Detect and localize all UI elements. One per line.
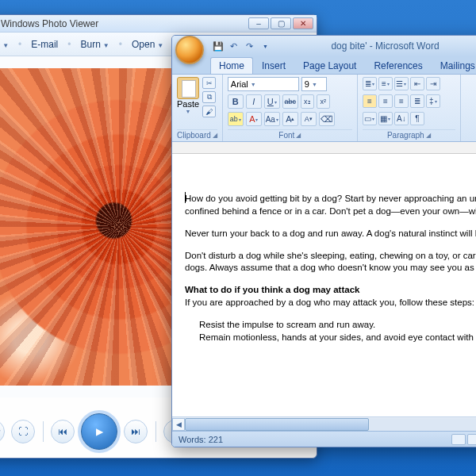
subscript-button[interactable]: x₂ <box>301 94 314 109</box>
maximize-button[interactable]: ▢ <box>271 17 291 29</box>
align-center-icon: ≡ <box>383 97 388 106</box>
superscript-button[interactable]: x² <box>317 94 330 109</box>
scroll-thumb[interactable] <box>185 418 369 431</box>
multilevel-button[interactable]: ☰▾ <box>394 77 409 90</box>
font-size-combo[interactable]: 9▼ <box>301 77 327 91</box>
bullets-button[interactable]: ≣▾ <box>363 77 377 90</box>
tab-insert[interactable]: Insert <box>253 57 294 74</box>
office-button[interactable] <box>175 36 204 64</box>
separator <box>41 420 44 443</box>
play-slideshow-button[interactable]: ▶ <box>81 413 117 450</box>
horizontal-ruler[interactable] <box>172 142 476 154</box>
ribbon-tabs: Home Insert Page Layout References Maili… <box>172 56 476 74</box>
align-center-button[interactable]: ≡ <box>378 94 393 108</box>
menu-email[interactable]: E-mail <box>26 37 63 52</box>
shading-button[interactable]: ▭▾ <box>363 112 377 125</box>
ribbon: Paste ▼ ✂ ⧉ 🖌 Clipboard◢ Arial▼ 9▼ B I U… <box>172 74 476 142</box>
scroll-track[interactable] <box>185 418 476 431</box>
indent-left-icon: ⇤ <box>414 79 420 88</box>
view-print-layout-button[interactable] <box>451 434 466 445</box>
chevron-down-icon: ▼ <box>2 42 9 49</box>
redo-icon: ↷ <box>246 41 253 52</box>
close-button[interactable]: ✕ <box>293 17 313 29</box>
scissors-icon: ✂ <box>206 79 213 87</box>
next-icon: ⏭ <box>131 426 140 437</box>
list-item: Remain motionless, hands at your sides, … <box>199 332 476 344</box>
document-page[interactable]: How do you avoid getting bit by a dog? S… <box>172 154 476 416</box>
paste-label: Paste <box>177 99 199 109</box>
view-full-screen-button[interactable] <box>467 434 476 445</box>
scroll-left-button[interactable]: ◀ <box>172 418 185 431</box>
zoom-button[interactable]: 🔍▾ <box>0 420 5 443</box>
grow-font-button[interactable]: A▴ <box>282 112 298 126</box>
qat-customize[interactable]: ▼ <box>259 40 271 52</box>
chevron-down-icon: ▼ <box>251 82 256 87</box>
align-left-button[interactable]: ≡ <box>363 94 377 108</box>
align-right-button[interactable]: ≡ <box>394 94 409 108</box>
photo-viewer-titlebar[interactable]: hrysanthemum - Windows Photo Viewer – ▢ … <box>0 15 317 33</box>
bold-button[interactable]: B <box>228 94 244 109</box>
dialog-launcher-icon[interactable]: ◢ <box>296 132 301 139</box>
undo-button[interactable]: ↶ <box>228 40 240 52</box>
sort-icon: A↓ <box>397 114 406 123</box>
copy-icon: ⧉ <box>207 93 212 102</box>
multilevel-icon: ☰ <box>396 79 403 88</box>
line-spacing-button[interactable]: ‡▾ <box>426 94 440 108</box>
dialog-launcher-icon[interactable]: ◢ <box>426 132 431 139</box>
redo-button[interactable]: ↷ <box>244 40 255 52</box>
underline-button[interactable]: U▾ <box>264 94 280 109</box>
play-icon: ▶ <box>96 426 103 437</box>
clear-formatting-button[interactable]: ⌫ <box>319 112 335 126</box>
pilcrow-icon: ¶ <box>415 114 419 123</box>
numbering-button[interactable]: ≡▾ <box>378 77 393 90</box>
strikethrough-button[interactable]: abc <box>282 94 298 109</box>
save-button[interactable]: 💾 <box>212 40 224 52</box>
justify-button[interactable]: ≣ <box>410 94 424 108</box>
previous-button[interactable]: ⏮ <box>51 420 75 443</box>
menu-print[interactable]: Print▼ <box>0 37 13 52</box>
menu-burn[interactable]: Burn▼ <box>76 37 114 52</box>
brush-icon: 🖌 <box>205 108 213 116</box>
tab-references[interactable]: References <box>365 57 431 74</box>
status-words[interactable]: Words: 221 <box>178 435 223 444</box>
change-case-button[interactable]: Aa▾ <box>264 112 280 126</box>
justify-icon: ≣ <box>414 97 420 106</box>
copy-button[interactable]: ⧉ <box>202 91 216 103</box>
sort-button[interactable]: A↓ <box>394 112 409 125</box>
doc-heading: What to do if you think a dog may attack <box>185 285 359 294</box>
undo-icon: ↶ <box>230 41 237 52</box>
chevron-down-icon: ▼ <box>312 82 317 87</box>
font-face-combo[interactable]: Arial▼ <box>228 77 299 91</box>
minimize-button[interactable]: – <box>248 17 269 29</box>
italic-button[interactable]: I <box>246 94 262 109</box>
eraser-icon: ⌫ <box>321 114 333 125</box>
horizontal-scrollbar[interactable]: ◀ ▶ <box>172 416 476 431</box>
word-window: 💾 ↶ ↷ ▼ dog bite' - Microsoft Word Home … <box>171 35 476 447</box>
align-left-icon: ≡ <box>367 97 372 106</box>
previous-icon: ⏮ <box>58 426 67 437</box>
menu-open[interactable]: Open▼ <box>127 37 168 52</box>
shrink-font-button[interactable]: A▾ <box>301 112 317 126</box>
group-clipboard: Paste ▼ ✂ ⧉ 🖌 Clipboard◢ <box>172 75 223 141</box>
cut-button[interactable]: ✂ <box>202 77 216 89</box>
group-label: Clipboard <box>177 131 211 140</box>
tab-mailings[interactable]: Mailings <box>432 57 476 74</box>
separator <box>154 420 157 443</box>
font-color-button[interactable]: A▾ <box>246 112 262 126</box>
next-button[interactable]: ⏭ <box>124 420 148 443</box>
chevron-down-icon: ▼ <box>157 42 163 49</box>
decrease-indent-button[interactable]: ⇤ <box>410 77 424 90</box>
borders-button[interactable]: ▦▾ <box>378 112 393 125</box>
fit-to-window-button[interactable]: ⛶ <box>11 420 35 443</box>
tab-home[interactable]: Home <box>210 57 253 74</box>
tab-page-layout[interactable]: Page Layout <box>294 57 365 74</box>
highlight-button[interactable]: ab▾ <box>228 112 244 126</box>
increase-indent-button[interactable]: ⇥ <box>426 77 440 90</box>
show-marks-button[interactable]: ¶ <box>410 112 424 125</box>
paste-button[interactable]: Paste ▼ <box>177 77 199 117</box>
group-font: Arial▼ 9▼ B I U▾ abc x₂ x² ab▾ A▾ Aa▾ A▴… <box>223 75 358 141</box>
word-titlebar[interactable]: 💾 ↶ ↷ ▼ dog bite' - Microsoft Word <box>172 36 476 56</box>
dialog-launcher-icon[interactable]: ◢ <box>213 132 217 139</box>
format-painter-button[interactable]: 🖌 <box>202 106 216 117</box>
bucket-icon: ▭ <box>364 114 371 123</box>
